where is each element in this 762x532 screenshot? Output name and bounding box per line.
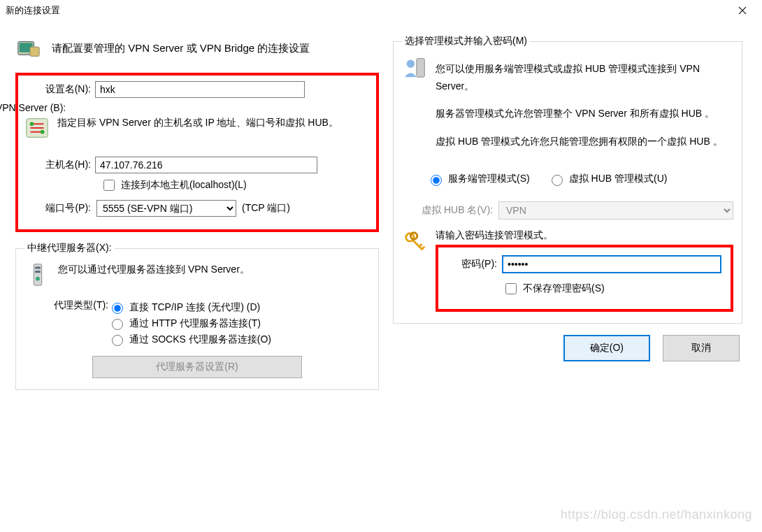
host-input[interactable]	[95, 157, 317, 173]
pass-prompt: 请输入密码连接管理模式。	[436, 229, 733, 242]
highlight-target-box: 设置名(N): 目标 VPN Server (B): 指定目标 VPN Serv…	[15, 73, 379, 232]
mode-hub-radio[interactable]	[552, 175, 563, 186]
window-title: 新的连接设置	[6, 4, 728, 17]
highlight-password-box: 密码(P): 不保存管理密码(S)	[436, 245, 733, 312]
intro-text: 请配置要管理的 VPN Server 或 VPN Bridge 的连接设置	[52, 42, 310, 55]
target-legend: 目标 VPN Server (B):	[0, 102, 66, 115]
proxy-http-label: 通过 HTTP 代理服务器连接(T)	[129, 317, 261, 330]
svg-point-4	[30, 122, 34, 126]
host-label: 主机名(H):	[24, 159, 91, 171]
proxy-legend: 中继代理服务器(X):	[24, 242, 115, 254]
target-desc: 指定目标 VPN Server 的主机名或 IP 地址、端口号和虚拟 HUB。	[57, 115, 371, 141]
svg-point-5	[41, 130, 45, 134]
svg-rect-10	[417, 59, 424, 78]
nosave-password-checkbox[interactable]	[505, 283, 517, 294]
proxy-direct-label: 直接 TCP/IP 连接 (无代理) (D)	[129, 301, 260, 314]
tower-icon	[24, 261, 51, 288]
mode-server-radio[interactable]	[431, 175, 442, 186]
watermark: https://blog.csdn.net/hanxinkong	[561, 508, 752, 522]
proxy-socks-radio[interactable]	[112, 335, 123, 346]
mode-p1: 您可以使用服务端管理模式或虚拟 HUB 管理模式连接到 VPN Server。	[436, 60, 733, 95]
hub-name-label: 虚拟 HUB 名(V):	[402, 204, 493, 217]
setting-name-input[interactable]	[95, 81, 305, 98]
proxy-settings-button: 代理服务器设置(R)	[92, 356, 302, 378]
svg-rect-7	[35, 267, 41, 269]
mode-p2: 服务器管理模式允许您管理整个 VPN Server 和所有虚拟 HUB 。	[436, 105, 733, 122]
svg-point-9	[36, 277, 40, 281]
password-input[interactable]	[503, 256, 721, 273]
mode-legend: 选择管理模式并输入密码(M)	[402, 35, 530, 48]
port-select[interactable]: 5555 (SE-VPN 端口)	[96, 200, 236, 217]
mode-hub-label: 虚拟 HUB 管理模式(U)	[569, 173, 668, 185]
proxy-desc: 您可以通过代理服务器连接到 VPN Server。	[58, 261, 370, 288]
svg-point-11	[407, 60, 415, 68]
keys-icon	[402, 229, 429, 256]
svg-rect-2	[30, 47, 39, 56]
localhost-label: 连接到本地主机(localhost)(L)	[121, 179, 247, 192]
network-icon	[24, 115, 50, 141]
cancel-button[interactable]: 取消	[663, 335, 740, 361]
proxy-type-label: 代理类型(T):	[24, 298, 108, 349]
ok-button[interactable]: 确定(O)	[563, 335, 650, 361]
port-label: 端口号(P):	[24, 202, 91, 215]
proxy-fieldset: 中继代理服务器(X): 您可以通过代理服务器连接到 VPN Server。 代理…	[15, 242, 379, 390]
mode-server-label: 服务端管理模式(S)	[448, 173, 530, 185]
localhost-checkbox[interactable]	[103, 180, 115, 191]
proxy-http-radio[interactable]	[112, 319, 123, 330]
server-icon	[15, 35, 42, 62]
mode-fieldset: 选择管理模式并输入密码(M) 您可以使用服务端管理模式或虚拟 HUB 管理模式连…	[393, 35, 742, 324]
proxy-direct-radio[interactable]	[112, 303, 123, 314]
hub-name-select: VPN	[498, 201, 733, 220]
mode-p3: 虚拟 HUB 管理模式允许您只能管理您拥有权限的一个虚拟 HUB 。	[436, 133, 733, 150]
svg-rect-8	[35, 271, 41, 273]
port-suffix: (TCP 端口)	[242, 202, 290, 215]
nosave-password-label: 不保存管理密码(S)	[523, 282, 605, 295]
proxy-socks-label: 通过 SOCKS 代理服务器连接(O)	[129, 333, 271, 346]
user-server-icon	[402, 55, 429, 81]
setting-name-label: 设置名(N):	[27, 83, 91, 96]
password-label: 密码(P):	[448, 258, 497, 271]
close-button[interactable]	[728, 1, 756, 20]
close-icon	[738, 6, 747, 15]
